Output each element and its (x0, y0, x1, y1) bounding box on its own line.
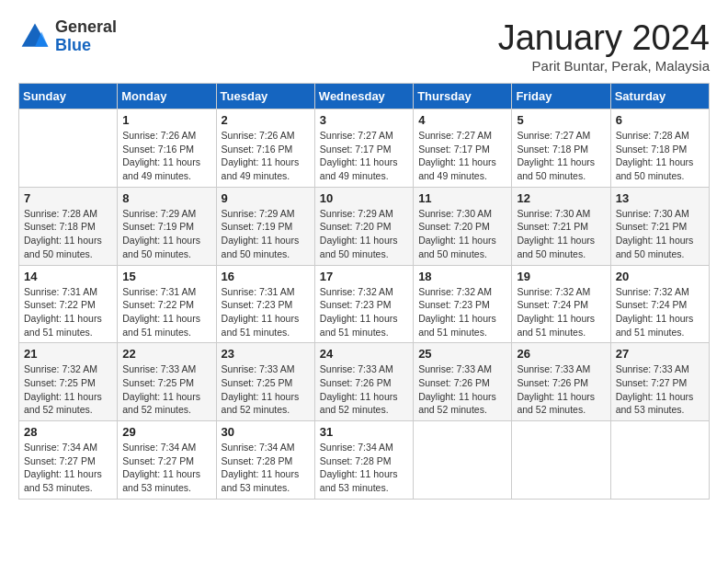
logo-text: General Blue (55, 18, 117, 55)
day-info: Sunrise: 7:30 AMSunset: 7:21 PMDaylight:… (616, 207, 704, 261)
calendar-cell: 30Sunrise: 7:34 AMSunset: 7:28 PMDayligh… (216, 421, 314, 500)
day-number: 12 (517, 191, 605, 205)
day-number: 29 (122, 425, 210, 439)
day-info: Sunrise: 7:26 AMSunset: 7:16 PMDaylight:… (222, 129, 310, 183)
day-info: Sunrise: 7:32 AMSunset: 7:24 PMDaylight:… (517, 285, 605, 339)
calendar-week-row: 21Sunrise: 7:32 AMSunset: 7:25 PMDayligh… (19, 343, 710, 421)
day-info: Sunrise: 7:31 AMSunset: 7:22 PMDaylight:… (24, 285, 112, 339)
day-number: 17 (320, 270, 408, 283)
day-info: Sunrise: 7:33 AMSunset: 7:26 PMDaylight:… (418, 362, 506, 417)
day-info: Sunrise: 7:31 AMSunset: 7:23 PMDaylight:… (222, 285, 310, 339)
day-info: Sunrise: 7:29 AMSunset: 7:19 PMDaylight:… (222, 207, 310, 261)
calendar-cell (512, 421, 610, 500)
calendar-cell: 5Sunrise: 7:27 AMSunset: 7:18 PMDaylight… (512, 109, 610, 188)
calendar-cell: 14Sunrise: 7:31 AMSunset: 7:22 PMDayligh… (19, 265, 118, 343)
day-number: 24 (320, 347, 408, 361)
calendar-cell (610, 421, 709, 500)
weekday-header-saturday: Saturday (610, 84, 709, 109)
weekday-header-thursday: Thursday (414, 84, 512, 109)
weekday-header-monday: Monday (118, 84, 216, 109)
logo-general: General (55, 17, 117, 36)
calendar-cell: 15Sunrise: 7:31 AMSunset: 7:22 PMDayligh… (118, 265, 216, 343)
calendar-cell (414, 421, 512, 500)
day-number: 9 (222, 191, 310, 205)
calendar-cell: 25Sunrise: 7:33 AMSunset: 7:26 PMDayligh… (414, 343, 512, 421)
calendar-cell: 26Sunrise: 7:33 AMSunset: 7:26 PMDayligh… (512, 343, 610, 421)
day-info: Sunrise: 7:32 AMSunset: 7:23 PMDaylight:… (418, 285, 506, 339)
day-number: 16 (222, 270, 310, 283)
logo-blue: Blue (55, 36, 91, 54)
day-number: 3 (320, 113, 408, 127)
calendar-cell: 19Sunrise: 7:32 AMSunset: 7:24 PMDayligh… (512, 265, 610, 343)
day-number: 31 (320, 425, 408, 439)
calendar-table: SundayMondayTuesdayWednesdayThursdayFrid… (18, 83, 710, 500)
page-header: General Blue January 2024 Parit Buntar, … (18, 18, 710, 74)
day-number: 21 (24, 347, 112, 361)
day-info: Sunrise: 7:30 AMSunset: 7:21 PMDaylight:… (517, 207, 605, 261)
day-number: 23 (222, 347, 310, 361)
day-number: 26 (517, 347, 605, 361)
calendar-cell: 4Sunrise: 7:27 AMSunset: 7:17 PMDaylight… (414, 109, 512, 188)
day-info: Sunrise: 7:34 AMSunset: 7:27 PMDaylight:… (122, 441, 210, 495)
day-info: Sunrise: 7:32 AMSunset: 7:23 PMDaylight:… (320, 285, 408, 339)
calendar-week-row: 1Sunrise: 7:26 AMSunset: 7:16 PMDaylight… (19, 109, 710, 188)
day-info: Sunrise: 7:32 AMSunset: 7:24 PMDaylight:… (616, 285, 704, 339)
day-info: Sunrise: 7:33 AMSunset: 7:26 PMDaylight:… (517, 362, 605, 417)
day-number: 19 (517, 270, 605, 283)
day-info: Sunrise: 7:33 AMSunset: 7:25 PMDaylight:… (122, 362, 210, 417)
day-info: Sunrise: 7:34 AMSunset: 7:28 PMDaylight:… (222, 441, 310, 495)
calendar-cell: 9Sunrise: 7:29 AMSunset: 7:19 PMDaylight… (216, 187, 314, 265)
calendar-cell: 6Sunrise: 7:28 AMSunset: 7:18 PMDaylight… (610, 109, 709, 188)
calendar-cell: 17Sunrise: 7:32 AMSunset: 7:23 PMDayligh… (314, 265, 413, 343)
day-number: 2 (222, 113, 310, 127)
day-info: Sunrise: 7:28 AMSunset: 7:18 PMDaylight:… (616, 129, 704, 183)
day-number: 25 (418, 347, 506, 361)
day-info: Sunrise: 7:27 AMSunset: 7:17 PMDaylight:… (418, 129, 506, 183)
day-info: Sunrise: 7:33 AMSunset: 7:26 PMDaylight:… (320, 362, 408, 417)
calendar-cell: 24Sunrise: 7:33 AMSunset: 7:26 PMDayligh… (314, 343, 413, 421)
day-number: 14 (24, 270, 112, 283)
calendar-cell: 12Sunrise: 7:30 AMSunset: 7:21 PMDayligh… (512, 187, 610, 265)
day-number: 13 (616, 191, 704, 205)
calendar-week-row: 14Sunrise: 7:31 AMSunset: 7:22 PMDayligh… (19, 265, 710, 343)
day-info: Sunrise: 7:30 AMSunset: 7:20 PMDaylight:… (418, 207, 506, 261)
day-number: 20 (616, 270, 704, 283)
day-info: Sunrise: 7:33 AMSunset: 7:27 PMDaylight:… (616, 362, 704, 417)
calendar-cell: 3Sunrise: 7:27 AMSunset: 7:17 PMDaylight… (314, 109, 413, 188)
calendar-cell: 31Sunrise: 7:34 AMSunset: 7:28 PMDayligh… (314, 421, 413, 500)
month-title: January 2024 (498, 18, 710, 58)
title-block: January 2024 Parit Buntar, Perak, Malays… (498, 18, 710, 74)
day-info: Sunrise: 7:34 AMSunset: 7:28 PMDaylight:… (320, 441, 408, 495)
calendar-cell: 20Sunrise: 7:32 AMSunset: 7:24 PMDayligh… (610, 265, 709, 343)
day-number: 28 (24, 425, 112, 439)
calendar-cell: 1Sunrise: 7:26 AMSunset: 7:16 PMDaylight… (118, 109, 216, 188)
calendar-cell: 16Sunrise: 7:31 AMSunset: 7:23 PMDayligh… (216, 265, 314, 343)
day-info: Sunrise: 7:28 AMSunset: 7:18 PMDaylight:… (24, 207, 112, 261)
day-info: Sunrise: 7:29 AMSunset: 7:20 PMDaylight:… (320, 207, 408, 261)
calendar-week-row: 28Sunrise: 7:34 AMSunset: 7:27 PMDayligh… (19, 421, 710, 500)
day-number: 30 (222, 425, 310, 439)
day-info: Sunrise: 7:26 AMSunset: 7:16 PMDaylight:… (122, 129, 210, 183)
calendar-cell: 2Sunrise: 7:26 AMSunset: 7:16 PMDaylight… (216, 109, 314, 188)
calendar-cell: 13Sunrise: 7:30 AMSunset: 7:21 PMDayligh… (610, 187, 709, 265)
weekday-header-tuesday: Tuesday (216, 84, 314, 109)
calendar-cell: 27Sunrise: 7:33 AMSunset: 7:27 PMDayligh… (610, 343, 709, 421)
weekday-header-friday: Friday (512, 84, 610, 109)
day-number: 15 (122, 270, 210, 283)
day-info: Sunrise: 7:34 AMSunset: 7:27 PMDaylight:… (24, 441, 112, 495)
day-info: Sunrise: 7:33 AMSunset: 7:25 PMDaylight:… (222, 362, 310, 417)
calendar-cell: 28Sunrise: 7:34 AMSunset: 7:27 PMDayligh… (19, 421, 118, 500)
weekday-header-wednesday: Wednesday (314, 84, 413, 109)
day-info: Sunrise: 7:27 AMSunset: 7:18 PMDaylight:… (517, 129, 605, 183)
day-info: Sunrise: 7:29 AMSunset: 7:19 PMDaylight:… (122, 207, 210, 261)
calendar-week-row: 7Sunrise: 7:28 AMSunset: 7:18 PMDaylight… (19, 187, 710, 265)
calendar-cell: 7Sunrise: 7:28 AMSunset: 7:18 PMDaylight… (19, 187, 118, 265)
day-number: 7 (24, 191, 112, 205)
calendar-cell: 23Sunrise: 7:33 AMSunset: 7:25 PMDayligh… (216, 343, 314, 421)
calendar-cell: 8Sunrise: 7:29 AMSunset: 7:19 PMDaylight… (118, 187, 216, 265)
calendar-cell: 10Sunrise: 7:29 AMSunset: 7:20 PMDayligh… (314, 187, 413, 265)
logo-icon (18, 20, 51, 53)
day-number: 22 (122, 347, 210, 361)
calendar-cell: 29Sunrise: 7:34 AMSunset: 7:27 PMDayligh… (118, 421, 216, 500)
calendar-cell: 18Sunrise: 7:32 AMSunset: 7:23 PMDayligh… (414, 265, 512, 343)
